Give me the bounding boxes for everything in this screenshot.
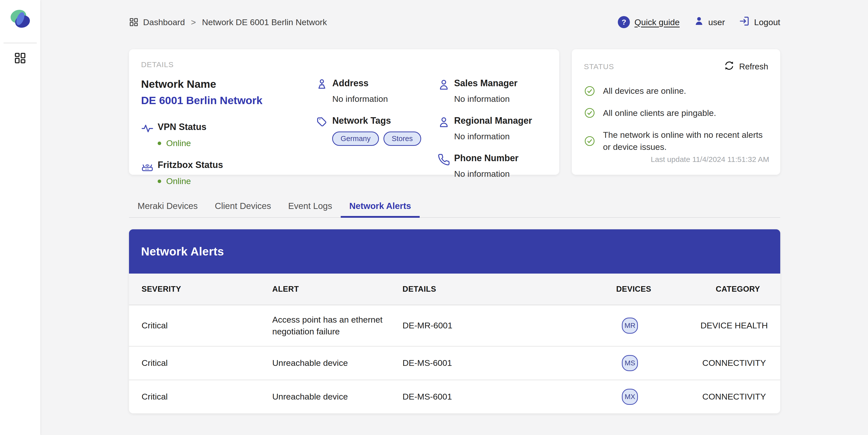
check-circle-icon [584,107,595,119]
tags-icon [316,116,332,129]
last-update-timestamp: Last update 11/4/2024 11:51:32 AM [651,155,769,164]
address-value: No information [332,94,388,104]
user-icon [694,16,704,28]
details-card-title: DETAILS [141,60,547,69]
status-card: STATUS Refresh [572,49,780,175]
column-header-details: DETAILS [403,274,572,305]
devices-cell: MS [572,346,695,380]
topbar: Dashboard > Network DE 6001 Berlin Netwo… [129,13,780,31]
alert-cell: Access point has an ethernet negotiation… [272,305,403,346]
network-alerts-title: Network Alerts [141,245,224,258]
app-logo[interactable] [8,7,32,31]
category-cell: CONNECTIVITY [695,380,780,413]
category-cell: DEVICE HEALTH [695,305,780,346]
network-tag: Germany [332,131,379,146]
column-header-severity: SEVERITY [129,274,272,305]
alert-row: Critical Access point has an ethernet ne… [129,305,780,346]
vpn-status-field: VPN Status Online [141,122,316,148]
status-card-header: STATUS Refresh [584,60,768,73]
breadcrumb-dashboard-link[interactable]: Dashboard [143,17,185,27]
sales-manager-value: No information [454,94,518,104]
activity-pulse-icon [141,122,158,136]
logout-icon [739,15,750,29]
sales-manager-field: Sales Manager No information [437,78,547,104]
status-card-title: STATUS [584,62,614,71]
details-column-1: Network Name DE 6001 Berlin Network VPN … [141,78,316,198]
person-icon [437,116,454,129]
details-column-3: Sales Manager No information [437,78,547,198]
details-card: DETAILS Network Name DE 6001 Berlin Netw… [129,49,559,175]
router-icon [141,160,158,174]
status-dot [158,180,161,183]
network-name-block: Network Name DE 6001 Berlin Network [141,78,316,106]
vpn-status-value: Online [158,138,207,148]
status-item-text: The network is online with no recent ale… [603,129,768,153]
column-header-devices: DEVICES [572,274,695,305]
device-badge[interactable]: MX [622,389,638,405]
tab-event-logs[interactable]: Event Logs [280,197,341,218]
status-dot [158,142,161,145]
user-menu[interactable]: user [694,16,725,28]
severity-cell: Critical [129,305,272,346]
device-badge[interactable]: MS [622,355,638,371]
breadcrumb-separator: > [189,17,197,27]
fritzbox-status-value: Online [158,176,223,186]
sidebar-divider [3,43,37,43]
dashboard-grid-icon [14,52,26,65]
details-column-2: Address No information [316,78,437,198]
summary-cards: DETAILS Network Name DE 6001 Berlin Netw… [129,49,780,175]
sidebar [0,0,40,435]
details-cell: DE-MR-6001 [403,305,572,346]
alert-cell: Unreachable device [272,346,403,380]
alert-cell: Unreachable device [272,380,403,413]
topbar-actions: ? Quick guide user [618,15,780,29]
logout-button[interactable]: Logout [739,15,780,29]
category-cell: CONNECTIVITY [695,346,780,380]
network-alerts-card: Network Alerts SEVERITY ALERT DETAILS DE… [129,229,780,413]
check-circle-icon [584,135,595,147]
regional-manager-field: Regional Manager No information [437,116,547,141]
network-tags-list: Germany Stores [332,131,421,146]
details-cell: DE-MS-6001 [403,346,572,380]
severity-cell: Critical [129,380,272,413]
fritzbox-status-label: Fritzbox Status [158,160,223,170]
quick-guide-link[interactable]: ? Quick guide [618,16,680,28]
logout-label: Logout [754,17,780,27]
network-alerts-table: SEVERITY ALERT DETAILS DEVICES CATEGORY … [129,274,780,413]
severity-cell: Critical [129,346,272,380]
breadcrumb: Dashboard > Network DE 6001 Berlin Netwo… [129,17,327,27]
phone-icon [437,153,454,167]
status-item: All online clients are pingable. [584,107,768,119]
status-item-text: All online clients are pingable. [603,107,716,119]
network-tags-field: Network Tags Germany Stores [316,116,437,146]
tab-bar: Meraki Devices Client Devices Event Logs… [129,197,780,218]
regional-manager-value: No information [454,131,532,141]
column-header-category: CATEGORY [695,274,780,305]
tab-client-devices[interactable]: Client Devices [206,197,280,218]
refresh-button[interactable]: Refresh [724,60,768,73]
sales-manager-label: Sales Manager [454,78,518,89]
logo-icon [8,7,32,31]
address-label: Address [332,78,388,89]
regional-manager-label: Regional Manager [454,116,532,126]
phone-number-field: Phone Number No information [437,153,547,179]
network-tag: Stores [383,131,421,146]
dashboard-grid-icon [129,17,138,27]
alert-row: Critical Unreachable device DE-MS-6001 M… [129,346,780,380]
alert-row: Critical Unreachable device DE-MS-6001 M… [129,380,780,413]
fritzbox-status-field: Fritzbox Status Online [141,160,316,186]
phone-number-label: Phone Number [454,153,519,163]
breadcrumb-current-page: Network DE 6001 Berlin Network [202,17,327,27]
devices-cell: MR [572,305,695,346]
tab-meraki-devices[interactable]: Meraki Devices [129,197,206,218]
network-alerts-banner: Network Alerts [129,229,780,274]
device-badge[interactable]: MR [622,318,638,334]
check-circle-icon [584,85,595,97]
location-pin-icon [316,78,332,92]
network-name-value: DE 6001 Berlin Network [141,94,316,106]
sidebar-item-dashboard[interactable] [12,50,28,66]
table-header-row: SEVERITY ALERT DETAILS DEVICES CATEGORY [129,274,780,305]
app-root: Dashboard > Network DE 6001 Berlin Netwo… [0,0,868,435]
tab-network-alerts[interactable]: Network Alerts [341,197,420,218]
column-header-alert: ALERT [272,274,403,305]
